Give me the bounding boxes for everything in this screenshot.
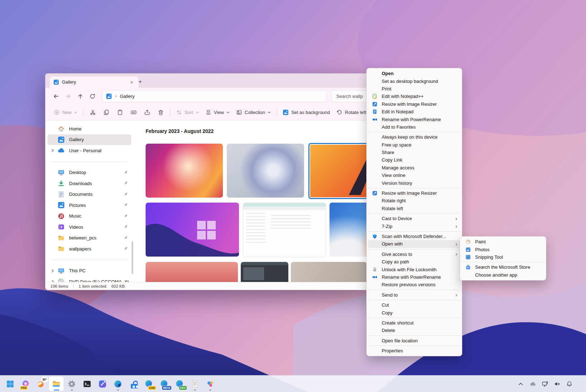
menu-item-print[interactable]: Print — [368, 85, 460, 93]
menu-item-edit-in-notepad[interactable]: Edit in Notepad — [368, 108, 460, 115]
notifications-bell-icon[interactable] — [564, 378, 575, 389]
sidebar-item-pictures[interactable]: Pictures — [48, 200, 131, 211]
rename-button[interactable] — [127, 106, 140, 118]
copy-button[interactable] — [99, 106, 113, 118]
tab-close-icon[interactable]: × — [128, 79, 135, 85]
menu-item-rotate-left[interactable]: Rotate left — [368, 205, 460, 212]
start-button[interactable] — [3, 377, 18, 391]
sidebar-item-gallery[interactable]: Gallery — [48, 134, 131, 145]
forward-button[interactable] — [62, 90, 74, 102]
menu-item-edit-with-notepadpp[interactable]: Edit with Notepad++ — [368, 93, 460, 100]
onedrive-tray-icon[interactable] — [527, 378, 538, 389]
microsoft-store-button[interactable] — [126, 377, 141, 391]
menu-item-give-access-to[interactable]: Give access to› — [368, 250, 460, 258]
powertoys-button[interactable] — [95, 377, 110, 391]
thumbnail-pink-abstract[interactable] — [146, 144, 223, 198]
up-button[interactable] — [74, 90, 86, 102]
menu-item-always-keep-on-this-device[interactable]: Always keep on this device — [368, 133, 460, 141]
menu-item-set-as-desktop-background[interactable]: Set as desktop background — [368, 77, 460, 85]
menu-item-cut[interactable]: Cut — [368, 301, 460, 309]
sidebar-item-dvd-drive[interactable]: DVD Drive (E:) CCCOMA_X64FRE_EN — [48, 276, 131, 282]
sidebar-item-documents[interactable]: Documents — [48, 189, 131, 200]
sidebar-item-videos[interactable]: Videos — [48, 222, 131, 233]
menu-item-delete[interactable]: Delete — [368, 327, 460, 334]
menu-item-resize-with-image-resizer-2[interactable]: Resize with Image Resizer — [368, 189, 460, 197]
share-button[interactable] — [140, 106, 154, 118]
menu-item-cast-to-device[interactable]: Cast to Device› — [368, 215, 460, 222]
menu-item-resize-with-image-resizer[interactable]: Resize with Image Resizer — [368, 100, 460, 108]
chevron-right-icon[interactable] — [49, 280, 56, 282]
sidebar-item-desktop[interactable]: Desktop — [48, 167, 131, 178]
refresh-button[interactable] — [86, 90, 98, 102]
submenu-item-paint[interactable]: Paint — [462, 238, 545, 245]
menu-item-version-history[interactable]: Version history — [368, 179, 460, 187]
weather-button[interactable]: 30° — [34, 377, 48, 391]
sidebar-item-home[interactable]: Home — [48, 123, 131, 134]
notepad-button[interactable] — [187, 377, 202, 391]
submenu-item-photos[interactable]: Photos — [462, 245, 545, 253]
menu-item-properties[interactable]: Properties — [368, 347, 460, 354]
delete-button[interactable] — [154, 106, 167, 118]
thumbnail-screenshot-light[interactable] — [243, 203, 326, 257]
menu-item-view-online[interactable]: View online — [368, 172, 460, 179]
view-button[interactable]: View — [202, 107, 233, 118]
display-tray-icon[interactable] — [539, 378, 550, 389]
menu-item-copy-link[interactable]: Copy Link — [368, 156, 460, 164]
menu-item-copy-as-path[interactable]: Copy as path — [368, 258, 460, 266]
menu-item-rotate-right[interactable]: Rotate right — [368, 197, 460, 204]
sidebar-scrollbar[interactable] — [132, 241, 133, 274]
menu-item-add-to-favorites[interactable]: Add to Favorites — [368, 123, 460, 131]
menu-item-scan-with-microsoft-defender[interactable]: Scan with Microsoft Defender... — [368, 233, 460, 240]
edge-beta-button[interactable]: BETA — [157, 377, 171, 391]
edge-canary-button[interactable]: CAN — [141, 377, 156, 391]
menu-item-open-file-location[interactable]: Open file location — [368, 337, 460, 344]
sidebar-item-downloads[interactable]: Downloads — [48, 178, 131, 189]
menu-item-share[interactable]: Share — [368, 149, 460, 156]
submenu-item-search-the-microsoft-store[interactable]: Search the Microsoft Store — [462, 263, 545, 271]
thumbnail-orange-selected[interactable] — [308, 143, 372, 199]
thumbnail-wave-orange[interactable] — [329, 203, 372, 257]
menu-item-free-up-space[interactable]: Free up space — [368, 141, 460, 149]
cut-button[interactable] — [86, 106, 99, 118]
submenu-item-snipping-tool[interactable]: Snipping Tool — [462, 253, 545, 261]
menu-item-rename-with-powerrename[interactable]: Rename with PowerRename — [368, 115, 460, 123]
file-explorer-button[interactable] — [49, 377, 64, 391]
settings-button[interactable] — [64, 377, 79, 391]
thumbnail-sunset[interactable] — [146, 262, 238, 282]
tab-gallery[interactable]: Gallery × — [50, 76, 138, 88]
back-button[interactable] — [50, 90, 62, 102]
sidebar-item-onedrive[interactable]: User - Personal — [48, 145, 131, 156]
sidebar-item-wallpapers[interactable]: wallpapers — [48, 243, 131, 254]
menu-item-unlock-with-file-locksmith[interactable]: Unlock with File Locksmith — [368, 266, 460, 273]
sort-button[interactable]: Sort — [173, 107, 202, 118]
sidebar-item-between-pcs[interactable]: between_pcs — [48, 233, 131, 244]
menu-item-open-with[interactable]: Open with› — [368, 240, 460, 248]
rotate-left-button[interactable]: Rotate left — [333, 107, 369, 118]
chevron-right-icon[interactable] — [49, 269, 56, 273]
thumbnail-beige[interactable] — [291, 262, 367, 282]
menu-item-send-to[interactable]: Send to› — [368, 291, 460, 299]
sidebar-item-this-pc[interactable]: This PC — [48, 266, 131, 277]
thumbnail-screenshot-dark[interactable] — [241, 262, 288, 282]
menu-item-create-shortcut[interactable]: Create shortcut — [368, 319, 460, 327]
menu-item-7-zip[interactable]: 7-Zip› — [368, 222, 460, 230]
edge-dev-button[interactable]: DEV — [172, 377, 187, 391]
thumbnail-bloom[interactable] — [227, 144, 304, 198]
paste-button[interactable] — [113, 106, 127, 118]
submenu-item-choose-another-app[interactable]: Choose another app — [462, 271, 545, 279]
people-button[interactable] — [203, 377, 218, 391]
menu-item-open[interactable]: Open — [368, 70, 460, 77]
collection-button[interactable]: Collection — [233, 107, 274, 118]
set-as-background-button[interactable]: Set as background — [279, 107, 333, 118]
volume-muted-icon[interactable] — [552, 378, 562, 389]
menu-item-restore-previous-versions[interactable]: Restore previous versions — [368, 281, 460, 288]
menu-item-manage-access[interactable]: Manage access — [368, 164, 460, 172]
sidebar-item-music[interactable]: Music — [48, 211, 131, 222]
thumbnail-windows-purple[interactable] — [146, 203, 239, 257]
new-button[interactable]: New — [50, 107, 80, 118]
address-bar[interactable]: › Gallery — [102, 90, 327, 102]
menu-item-rename-with-powerrename-2[interactable]: Rename with PowerRename — [368, 273, 460, 281]
chevron-right-icon[interactable] — [49, 149, 56, 152]
terminal-button[interactable] — [80, 377, 94, 391]
edge-profile-button[interactable] — [111, 377, 125, 391]
